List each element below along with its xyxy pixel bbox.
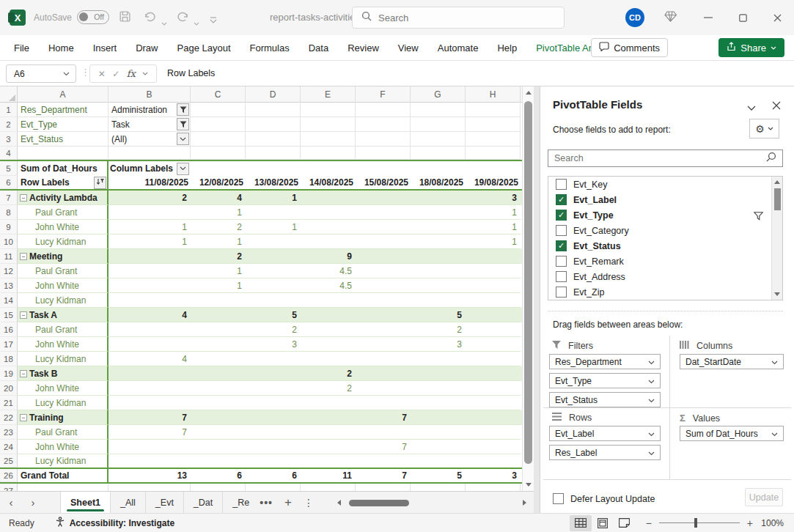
filters-field-res-department[interactable]: Res_Department	[549, 354, 661, 369]
cell-h9[interactable]: 1	[466, 220, 521, 234]
field-checkbox-evt-type[interactable]: ✓	[556, 210, 567, 221]
cell-h27[interactable]	[466, 484, 521, 491]
cell-h11[interactable]	[466, 249, 521, 264]
cell-b17[interactable]	[109, 337, 191, 352]
cell-d10[interactable]	[246, 234, 301, 249]
row-number-7[interactable]: 7	[0, 191, 18, 205]
cell-d14[interactable]	[246, 293, 301, 308]
cell-e17[interactable]	[301, 337, 356, 352]
cell-g11[interactable]	[411, 249, 466, 264]
cell-h10[interactable]: 1	[466, 234, 521, 249]
row-number-5[interactable]: 5	[0, 161, 18, 176]
cell-e20[interactable]: 2	[301, 381, 356, 396]
cell-e19[interactable]: 2	[301, 366, 356, 381]
cell-c13[interactable]: 1	[191, 278, 246, 293]
cell-h26[interactable]: 3	[466, 469, 521, 482]
cell-g24[interactable]	[411, 440, 466, 454]
cell-h23[interactable]	[466, 425, 521, 440]
collapse-icon[interactable]: −	[20, 414, 27, 421]
vertical-scroll-thumb[interactable]	[524, 101, 532, 464]
minimize-button[interactable]	[697, 9, 719, 26]
filter-applied-icon[interactable]	[177, 103, 189, 116]
cell-e27[interactable]	[301, 484, 356, 491]
comments-button[interactable]: Comments	[591, 38, 668, 57]
horizontal-scrollbar[interactable]	[337, 498, 526, 508]
row-number-21[interactable]: 21	[0, 396, 18, 410]
cell-g23[interactable]	[411, 425, 466, 440]
panel-close-icon[interactable]	[772, 100, 781, 113]
row-number-1[interactable]: 1	[0, 103, 18, 117]
cell-f3[interactable]	[356, 132, 411, 147]
cell-c10[interactable]: 1	[191, 234, 246, 249]
cell-a20[interactable]: John White	[18, 381, 109, 396]
cell-b18[interactable]: 4	[109, 352, 191, 366]
cell-e10[interactable]	[301, 234, 356, 249]
cell-d16[interactable]: 2	[246, 322, 301, 337]
cell-a5[interactable]: Sum of Dat_Hours	[18, 161, 109, 176]
rows-field-res-label[interactable]: Res_Label	[549, 445, 661, 460]
customize-toolbar-icon[interactable]	[210, 13, 217, 26]
row-number-17[interactable]: 17	[0, 337, 18, 352]
cell-e23[interactable]	[301, 425, 356, 440]
row-number-18[interactable]: 18	[0, 352, 18, 366]
cell-c4[interactable]	[191, 147, 246, 160]
cell-e9[interactable]	[301, 220, 356, 234]
row-number-25[interactable]: 25	[0, 454, 18, 468]
cell-h2[interactable]	[466, 117, 521, 132]
cell-d5[interactable]	[246, 161, 301, 176]
cell-a2[interactable]: Evt_Type	[18, 117, 109, 132]
tab-help[interactable]: Help	[488, 43, 526, 53]
row-number-9[interactable]: 9	[0, 220, 18, 234]
insert-function-icon[interactable]: fx	[127, 68, 136, 79]
cell-g20[interactable]	[411, 381, 466, 396]
field-item-evt-key[interactable]: Evt_Key	[548, 177, 782, 192]
column-header-b[interactable]: B	[109, 86, 191, 103]
cell-e3[interactable]	[301, 132, 356, 147]
cell-d8[interactable]	[246, 205, 301, 220]
cell-e18[interactable]	[301, 352, 356, 366]
cell-c7[interactable]: 4	[191, 191, 246, 205]
cell-g26[interactable]: 5	[411, 469, 466, 482]
row-number-12[interactable]: 12	[0, 264, 18, 278]
cell-f5[interactable]	[356, 161, 411, 176]
chip-chevron-icon[interactable]	[771, 429, 778, 439]
field-item-evt-type[interactable]: ✓Evt_Type	[548, 207, 782, 223]
cell-f13[interactable]	[356, 278, 411, 293]
cell-a22[interactable]: −Training	[18, 410, 109, 425]
cell-g25[interactable]	[411, 454, 466, 468]
cell-d17[interactable]: 3	[246, 337, 301, 352]
cell-b1[interactable]: Administration	[109, 103, 191, 117]
cell-d22[interactable]	[246, 410, 301, 425]
cell-f6[interactable]: 15/08/2025	[356, 176, 411, 189]
field-item-evt-label[interactable]: ✓Evt_Label	[548, 192, 782, 207]
cell-b22[interactable]: 7	[109, 410, 191, 425]
field-item-evt-status[interactable]: ✓Evt_Status	[548, 238, 782, 254]
cell-a14[interactable]: Lucy Kidman	[18, 293, 109, 308]
cell-e13[interactable]: 4.5	[301, 278, 356, 293]
cell-b12[interactable]	[109, 264, 191, 278]
cell-c25[interactable]	[191, 454, 246, 468]
cell-d9[interactable]: 1	[246, 220, 301, 234]
field-list-scrollbar[interactable]	[771, 177, 782, 300]
avatar[interactable]: CD	[625, 8, 644, 27]
panel-options-chevron-icon[interactable]	[747, 101, 756, 114]
field-item-evt-category[interactable]: Evt_Category	[548, 223, 782, 238]
close-button[interactable]	[766, 9, 788, 26]
cell-d7[interactable]: 1	[246, 191, 301, 205]
cell-e7[interactable]	[301, 191, 356, 205]
cell-b27[interactable]	[109, 484, 191, 491]
chip-chevron-icon[interactable]	[648, 395, 655, 405]
cell-e5[interactable]	[301, 161, 356, 176]
confirm-entry-icon[interactable]: ✓	[112, 69, 120, 79]
cell-h25[interactable]	[466, 454, 521, 468]
cell-g19[interactable]	[411, 366, 466, 381]
row-number-3[interactable]: 3	[0, 132, 18, 147]
cell-h16[interactable]	[466, 322, 521, 337]
cell-c8[interactable]: 1	[191, 205, 246, 220]
name-box[interactable]: A6	[6, 64, 76, 83]
filter-applied-icon[interactable]	[177, 118, 189, 130]
cancel-entry-icon[interactable]: ✕	[98, 69, 106, 79]
cell-g7[interactable]	[411, 191, 466, 205]
cell-d4[interactable]	[246, 147, 301, 160]
zoom-slider-thumb[interactable]	[694, 518, 697, 528]
